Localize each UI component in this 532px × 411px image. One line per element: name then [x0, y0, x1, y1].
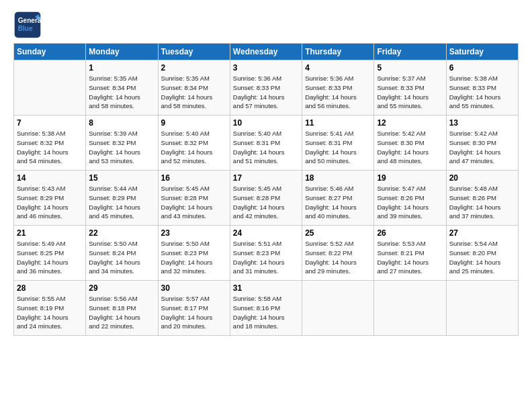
day-number: 11	[305, 118, 371, 128]
day-info: Sunrise: 5:40 AMSunset: 8:32 PMDaylight:…	[161, 129, 227, 166]
calendar-cell: 11Sunrise: 5:41 AMSunset: 8:31 PMDayligh…	[302, 116, 374, 171]
page: General Blue SundayMondayTuesdayWednesda…	[0, 0, 532, 411]
week-row-4: 21Sunrise: 5:49 AMSunset: 8:25 PMDayligh…	[14, 226, 519, 281]
day-info: Sunrise: 5:56 AMSunset: 8:18 PMDaylight:…	[89, 294, 154, 331]
day-number: 15	[89, 173, 154, 183]
day-number: 22	[89, 228, 154, 238]
calendar-cell: 18Sunrise: 5:46 AMSunset: 8:27 PMDayligh…	[302, 171, 374, 226]
day-number: 19	[377, 173, 443, 183]
day-number: 30	[161, 283, 227, 293]
day-info: Sunrise: 5:36 AMSunset: 8:33 PMDaylight:…	[305, 74, 371, 111]
calendar-cell: 10Sunrise: 5:40 AMSunset: 8:31 PMDayligh…	[230, 116, 302, 171]
calendar-table: SundayMondayTuesdayWednesdayThursdayFrid…	[13, 43, 519, 336]
calendar-cell	[302, 281, 374, 336]
calendar-cell: 21Sunrise: 5:49 AMSunset: 8:25 PMDayligh…	[14, 226, 86, 281]
day-number: 3	[233, 63, 299, 73]
day-number: 25	[305, 228, 371, 238]
day-number: 9	[161, 118, 227, 128]
day-info: Sunrise: 5:35 AMSunset: 8:34 PMDaylight:…	[89, 74, 154, 111]
day-info: Sunrise: 5:50 AMSunset: 8:24 PMDaylight:…	[89, 239, 154, 276]
day-info: Sunrise: 5:38 AMSunset: 8:32 PMDaylight:…	[17, 129, 83, 166]
calendar-cell: 26Sunrise: 5:53 AMSunset: 8:21 PMDayligh…	[374, 226, 446, 281]
day-info: Sunrise: 5:47 AMSunset: 8:26 PMDaylight:…	[377, 184, 443, 221]
logo: General Blue	[13, 11, 42, 39]
day-info: Sunrise: 5:55 AMSunset: 8:19 PMDaylight:…	[17, 294, 83, 331]
calendar-cell: 22Sunrise: 5:50 AMSunset: 8:24 PMDayligh…	[86, 226, 158, 281]
day-number: 31	[233, 283, 299, 293]
day-info: Sunrise: 5:43 AMSunset: 8:29 PMDaylight:…	[17, 184, 83, 221]
calendar-cell: 2Sunrise: 5:35 AMSunset: 8:34 PMDaylight…	[158, 60, 230, 116]
day-number: 2	[161, 63, 227, 73]
calendar-cell: 6Sunrise: 5:38 AMSunset: 8:33 PMDaylight…	[446, 60, 518, 116]
weekday-header-wednesday: Wednesday	[230, 44, 302, 60]
day-number: 6	[449, 63, 515, 73]
day-info: Sunrise: 5:37 AMSunset: 8:33 PMDaylight:…	[377, 74, 443, 111]
day-number: 13	[449, 118, 515, 128]
calendar-cell: 23Sunrise: 5:50 AMSunset: 8:23 PMDayligh…	[158, 226, 230, 281]
day-number: 20	[449, 173, 515, 183]
day-number: 1	[89, 63, 154, 73]
day-number: 7	[17, 118, 83, 128]
calendar-cell	[14, 60, 86, 116]
calendar-cell: 24Sunrise: 5:51 AMSunset: 8:23 PMDayligh…	[230, 226, 302, 281]
day-number: 14	[17, 173, 83, 183]
calendar-cell: 13Sunrise: 5:42 AMSunset: 8:30 PMDayligh…	[446, 116, 518, 171]
weekday-header-monday: Monday	[86, 44, 158, 60]
day-number: 12	[377, 118, 443, 128]
calendar-cell: 16Sunrise: 5:45 AMSunset: 8:28 PMDayligh…	[158, 171, 230, 226]
calendar-cell: 30Sunrise: 5:57 AMSunset: 8:17 PMDayligh…	[158, 281, 230, 336]
week-row-2: 7Sunrise: 5:38 AMSunset: 8:32 PMDaylight…	[14, 116, 519, 171]
header: General Blue	[13, 11, 519, 39]
day-info: Sunrise: 5:42 AMSunset: 8:30 PMDaylight:…	[449, 129, 515, 166]
calendar-cell: 31Sunrise: 5:58 AMSunset: 8:16 PMDayligh…	[230, 281, 302, 336]
day-number: 18	[305, 173, 371, 183]
calendar-cell: 5Sunrise: 5:37 AMSunset: 8:33 PMDaylight…	[374, 60, 446, 116]
day-info: Sunrise: 5:42 AMSunset: 8:30 PMDaylight:…	[377, 129, 443, 166]
day-number: 16	[161, 173, 227, 183]
day-info: Sunrise: 5:35 AMSunset: 8:34 PMDaylight:…	[161, 74, 227, 111]
week-row-1: 1Sunrise: 5:35 AMSunset: 8:34 PMDaylight…	[14, 60, 519, 116]
calendar-cell: 19Sunrise: 5:47 AMSunset: 8:26 PMDayligh…	[374, 171, 446, 226]
day-info: Sunrise: 5:50 AMSunset: 8:23 PMDaylight:…	[161, 239, 227, 276]
day-number: 17	[233, 173, 299, 183]
calendar-cell: 12Sunrise: 5:42 AMSunset: 8:30 PMDayligh…	[374, 116, 446, 171]
calendar-cell: 29Sunrise: 5:56 AMSunset: 8:18 PMDayligh…	[86, 281, 158, 336]
weekday-header-friday: Friday	[374, 44, 446, 60]
day-number: 23	[161, 228, 227, 238]
day-info: Sunrise: 5:53 AMSunset: 8:21 PMDaylight:…	[377, 239, 443, 276]
day-number: 5	[377, 63, 443, 73]
calendar-cell	[374, 281, 446, 336]
calendar-cell: 27Sunrise: 5:54 AMSunset: 8:20 PMDayligh…	[446, 226, 518, 281]
calendar-cell: 14Sunrise: 5:43 AMSunset: 8:29 PMDayligh…	[14, 171, 86, 226]
day-number: 8	[89, 118, 154, 128]
day-info: Sunrise: 5:36 AMSunset: 8:33 PMDaylight:…	[233, 74, 299, 111]
calendar-cell: 17Sunrise: 5:45 AMSunset: 8:28 PMDayligh…	[230, 171, 302, 226]
day-number: 28	[17, 283, 83, 293]
day-info: Sunrise: 5:39 AMSunset: 8:32 PMDaylight:…	[89, 129, 154, 166]
day-info: Sunrise: 5:46 AMSunset: 8:27 PMDaylight:…	[305, 184, 371, 221]
day-info: Sunrise: 5:49 AMSunset: 8:25 PMDaylight:…	[17, 239, 83, 276]
calendar-cell	[446, 281, 518, 336]
weekday-header-thursday: Thursday	[302, 44, 374, 60]
week-row-3: 14Sunrise: 5:43 AMSunset: 8:29 PMDayligh…	[14, 171, 519, 226]
day-info: Sunrise: 5:41 AMSunset: 8:31 PMDaylight:…	[305, 129, 371, 166]
day-info: Sunrise: 5:54 AMSunset: 8:20 PMDaylight:…	[449, 239, 515, 276]
day-number: 26	[377, 228, 443, 238]
week-row-5: 28Sunrise: 5:55 AMSunset: 8:19 PMDayligh…	[14, 281, 519, 336]
calendar-cell: 7Sunrise: 5:38 AMSunset: 8:32 PMDaylight…	[14, 116, 86, 171]
day-info: Sunrise: 5:57 AMSunset: 8:17 PMDaylight:…	[161, 294, 227, 331]
day-info: Sunrise: 5:58 AMSunset: 8:16 PMDaylight:…	[233, 294, 299, 331]
day-info: Sunrise: 5:52 AMSunset: 8:22 PMDaylight:…	[305, 239, 371, 276]
day-number: 21	[17, 228, 83, 238]
calendar-cell: 9Sunrise: 5:40 AMSunset: 8:32 PMDaylight…	[158, 116, 230, 171]
day-number: 29	[89, 283, 154, 293]
day-info: Sunrise: 5:44 AMSunset: 8:29 PMDaylight:…	[89, 184, 154, 221]
day-number: 10	[233, 118, 299, 128]
day-info: Sunrise: 5:51 AMSunset: 8:23 PMDaylight:…	[233, 239, 299, 276]
day-number: 24	[233, 228, 299, 238]
day-info: Sunrise: 5:45 AMSunset: 8:28 PMDaylight:…	[161, 184, 227, 221]
calendar-cell: 4Sunrise: 5:36 AMSunset: 8:33 PMDaylight…	[302, 60, 374, 116]
calendar-cell: 8Sunrise: 5:39 AMSunset: 8:32 PMDaylight…	[86, 116, 158, 171]
day-info: Sunrise: 5:40 AMSunset: 8:31 PMDaylight:…	[233, 129, 299, 166]
calendar-cell: 1Sunrise: 5:35 AMSunset: 8:34 PMDaylight…	[86, 60, 158, 116]
